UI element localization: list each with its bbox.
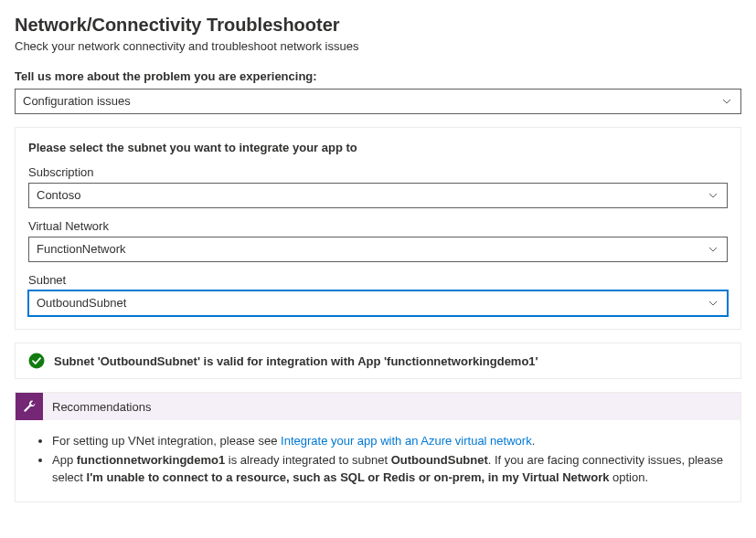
wrench-icon — [16, 393, 43, 420]
svg-point-0 — [29, 353, 45, 369]
subscription-label: Subscription — [28, 165, 728, 179]
vnet-integration-doc-link[interactable]: Integrate your app with an Azure virtual… — [281, 434, 532, 448]
subscription-select-value: Contoso — [37, 188, 80, 202]
recommendations-title: Recommendations — [52, 400, 151, 414]
recommendations-body: For setting up VNet integration, please … — [16, 420, 740, 501]
page-title: Network/Connectivity Troubleshooter — [15, 15, 741, 36]
subnet-select[interactable]: OutboundSubnet — [28, 290, 728, 316]
validation-status-text: Subnet 'OutboundSubnet' is valid for int… — [54, 354, 538, 368]
subnet-selection-panel: Please select the subnet you want to int… — [15, 127, 741, 330]
vnet-label: Virtual Network — [28, 219, 728, 233]
recommendation-item-2: App functionnetworkingdemo1 is already i… — [52, 452, 724, 487]
app-name: functionnetworkingdemo1 — [77, 453, 226, 467]
problem-select-value: Configuration issues — [23, 94, 131, 108]
subscription-select[interactable]: Contoso — [28, 183, 728, 208]
recommendations-header: Recommendations — [16, 393, 740, 420]
problem-select[interactable]: Configuration issues — [15, 89, 741, 114]
recommendations-panel: Recommendations For setting up VNet inte… — [15, 392, 741, 502]
success-icon — [28, 353, 45, 369]
subnet-panel-intro: Please select the subnet you want to int… — [28, 141, 728, 154]
subnet-select-value: OutboundSubnet — [37, 296, 126, 310]
recommendation-item-1: For setting up VNet integration, please … — [52, 433, 724, 450]
vnet-select-value: FunctionNetwork — [37, 242, 126, 256]
validation-status-panel: Subnet 'OutboundSubnet' is valid for int… — [15, 343, 741, 379]
problem-label: Tell us more about the problem you are e… — [15, 69, 741, 83]
vnet-select[interactable]: FunctionNetwork — [28, 237, 728, 262]
suggested-option: I'm unable to connect to a resource, suc… — [87, 470, 610, 484]
page-subtitle: Check your network connectivity and trou… — [15, 39, 741, 53]
subnet-label: Subnet — [28, 273, 728, 287]
subnet-name: OutboundSubnet — [391, 453, 488, 467]
